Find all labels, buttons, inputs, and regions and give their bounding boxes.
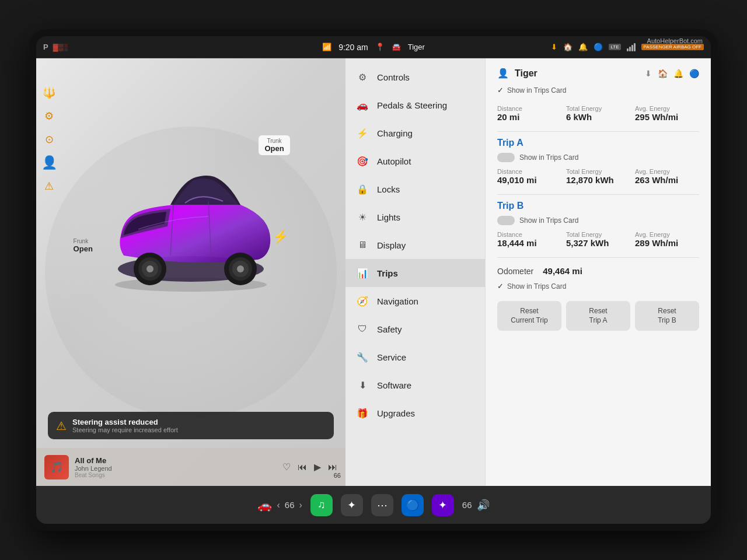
reset-trip-a-button[interactable]: Reset Trip A (566, 301, 630, 331)
right-temp-value: 66 (462, 500, 472, 510)
safety-icon: 🛡 (356, 323, 369, 335)
song-source: Beat Songs (75, 472, 112, 478)
media-player: 🎵 All of Me John Legend Beat Songs ♡ ⏮ ▶… (36, 448, 345, 486)
more-icon: ⋯ (377, 499, 388, 512)
current-avg-label: Avg. Energy (635, 105, 699, 112)
taskbar-more[interactable]: ⋯ (371, 494, 393, 516)
trip-a-header: Trip A (497, 138, 699, 148)
odometer-label: Odometer (497, 267, 533, 276)
trips-icon: 📊 (356, 267, 369, 279)
trip-b-distance: Distance 18,444 mi (497, 231, 561, 248)
divider-2 (497, 194, 699, 195)
service-label: Service (377, 352, 406, 362)
trip-a-distance-value: 49,010 mi (497, 175, 561, 185)
frunk-label: Frunk Open (74, 238, 93, 253)
current-show-trips-label: Show in Trips Card (507, 86, 566, 94)
warning-icon-1: 🔱 (41, 85, 57, 101)
taskbar-purple[interactable]: ✦ (432, 494, 454, 516)
menu-item-lights[interactable]: ☀ Lights (345, 203, 485, 231)
play-button[interactable]: ▶ (314, 461, 321, 473)
trip-b-toggle-row[interactable]: Show in Trips Card (497, 216, 699, 225)
trip-a-avg-value: 263 Wh/mi (635, 175, 699, 185)
bottom-taskbar: 🚗 ‹ 66 › ♫ ✦ ⋯ 🔵 ✦ 66 (36, 486, 711, 524)
trunk-label: Trunk Open (259, 135, 289, 155)
trip-a-energy-value: 12,870 kWh (566, 175, 630, 185)
menu-item-display[interactable]: 🖥 Display (345, 231, 485, 259)
menu-item-pedals[interactable]: 🚗 Pedals & Steering (345, 91, 485, 119)
trip-a-distance: Distance 49,010 mi (497, 168, 561, 185)
media-controls[interactable]: ♡ ⏮ ▶ ⏭ (282, 461, 337, 473)
current-show-trips-check[interactable]: ✓ Show in Trips Card (497, 83, 699, 97)
software-icon: ⬇ (356, 379, 369, 391)
reset-buttons[interactable]: Reset Current Trip Reset Trip A Reset Tr… (497, 301, 699, 331)
reset-trip-b-button[interactable]: Reset Trip B (635, 301, 699, 331)
warning-icon-4: 👤 (41, 155, 57, 171)
trip-b-header: Trip B (497, 201, 699, 211)
trip-b-avg-label: Avg. Energy (635, 231, 699, 238)
display-label: Display (377, 240, 406, 250)
current-distance-label: Distance (497, 105, 561, 112)
nav-left-arrow[interactable]: ‹ (277, 500, 280, 510)
heart-button[interactable]: ♡ (282, 461, 291, 473)
download-trip-icon[interactable]: ⬇ (645, 69, 652, 78)
apps-icon: ✦ (347, 499, 356, 512)
odometer-show-trips-check[interactable]: ✓ Show in Trips Card (497, 279, 699, 293)
spotify-icon: ♫ (317, 499, 326, 511)
trip-b-energy-value: 5,327 kWh (566, 238, 630, 248)
status-right: ⬇ 🏠 🔔 🔵 LTE PASSENGER AIRBAG OFF AutoHel… (551, 43, 704, 51)
location-icon: 📍 (375, 43, 385, 51)
next-button[interactable]: ⏭ (328, 462, 337, 473)
lights-label: Lights (377, 212, 400, 222)
nav-right-arrow[interactable]: › (299, 500, 302, 510)
current-avg-energy: Avg. Energy 295 Wh/mi (635, 105, 699, 122)
trip-a-show-label: Show in Trips Card (519, 153, 578, 162)
current-distance: Distance 20 mi (497, 105, 561, 122)
reset-current-trip-button[interactable]: Reset Current Trip (497, 301, 561, 331)
taskbar-apps[interactable]: ✦ (341, 494, 363, 516)
current-energy-value: 6 kWh (566, 112, 630, 122)
trip-a-toggle-row[interactable]: Show in Trips Card (497, 153, 699, 162)
home-trip-icon[interactable]: 🏠 (658, 69, 668, 78)
trip-b-avg-energy: Avg. Energy 289 Wh/mi (635, 231, 699, 248)
menu-item-trips[interactable]: 📊 Trips (345, 259, 485, 287)
menu-item-upgrades[interactable]: 🎁 Upgrades (345, 399, 485, 427)
prev-button[interactable]: ⏮ (298, 462, 307, 473)
menu-item-controls[interactable]: ⚙ Controls (345, 63, 485, 91)
menu-item-software[interactable]: ⬇ Software (345, 371, 485, 399)
bell-trip-icon[interactable]: 🔔 (673, 69, 683, 78)
menu-item-navigation[interactable]: 🧭 Navigation (345, 287, 485, 315)
warning-triangle-icon: ⚠ (56, 419, 67, 433)
bluetooth-icon: 🔵 (594, 43, 603, 51)
volume-icon[interactable]: 🔊 (477, 499, 490, 512)
trips-username: Tiger (515, 68, 537, 79)
trip-a-toggle[interactable] (497, 153, 515, 162)
trip-a-distance-label: Distance (497, 168, 561, 175)
left-temp-value: 66 (285, 500, 295, 510)
odometer-show-trips-label: Show in Trips Card (507, 282, 566, 290)
status-bar: P ▓▒░ 📶 9:20 am 📍 🚘 Tiger ⬇ 🏠 🔔 🔵 LTE (36, 36, 711, 58)
taskbar-spotify[interactable]: ♫ (310, 494, 333, 516)
svg-point-9 (237, 265, 244, 272)
odometer-checkmark: ✓ (497, 282, 504, 290)
right-taskbar-nav: 66 🔊 (462, 499, 490, 512)
bt-trip-icon[interactable]: 🔵 (689, 69, 699, 78)
warning-subtitle: Steering may require increased effort (72, 426, 178, 433)
menu-item-charging[interactable]: ⚡ Charging (345, 119, 485, 147)
trip-b-distance-value: 18,444 mi (497, 238, 561, 248)
status-time: 9:20 am (338, 43, 368, 52)
taskbar-bluetooth[interactable]: 🔵 (402, 494, 424, 516)
menu-item-service[interactable]: 🔧 Service (345, 343, 485, 371)
menu-item-locks[interactable]: 🔒 Locks (345, 175, 485, 203)
menu-item-autopilot[interactable]: 🎯 Autopilot (345, 147, 485, 175)
autopilot-icon: 🎯 (356, 155, 369, 167)
trips-label: Trips (377, 268, 398, 278)
trip-b-toggle[interactable] (497, 216, 515, 225)
car-bottom-icon[interactable]: 🚗 (257, 498, 272, 512)
signal-bar-2 (629, 47, 631, 51)
current-avg-value: 295 Wh/mi (635, 112, 699, 122)
upgrades-label: Upgrades (377, 408, 415, 418)
menu-item-safety[interactable]: 🛡 Safety (345, 315, 485, 343)
song-info: All of Me John Legend Beat Songs (75, 456, 112, 478)
controls-menu: ⚙ Controls 🚗 Pedals & Steering ⚡ Chargin… (345, 58, 486, 486)
car-warning-icons: 🔱 ⚙ ⊙ 👤 ⚠ (41, 85, 57, 194)
